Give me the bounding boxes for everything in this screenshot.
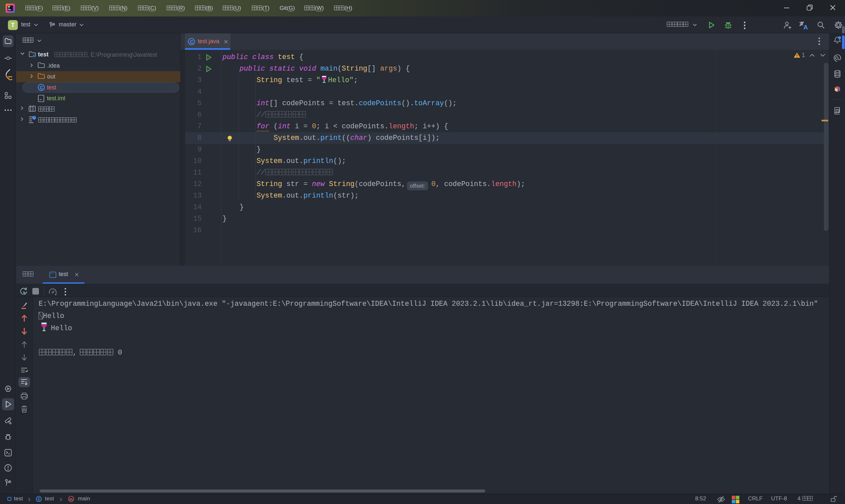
svg-text:m: m xyxy=(69,497,73,501)
svg-text:A: A xyxy=(837,109,839,113)
svg-text:C: C xyxy=(190,39,194,44)
svg-text:M: M xyxy=(835,88,838,91)
svg-text:A: A xyxy=(804,24,808,30)
svg-text:C: C xyxy=(40,85,43,90)
svg-text:C: C xyxy=(38,497,40,501)
svg-text:L: L xyxy=(838,89,840,92)
